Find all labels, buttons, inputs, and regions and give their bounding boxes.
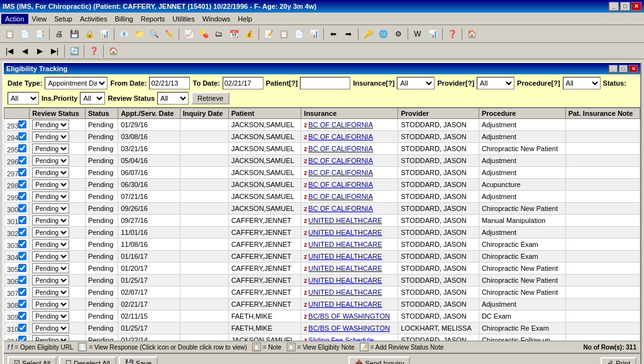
nav-prev[interactable]: ◀ (18, 44, 31, 58)
nav-refresh[interactable]: 🔄 (67, 44, 81, 58)
insurance-link[interactable]: BC/BS OF WASHINGTON (308, 324, 390, 332)
insurance-cell[interactable]: zSliding Fee Schedule (301, 334, 398, 341)
toolbar-btn-20[interactable]: 📊 (307, 27, 321, 41)
review-status-dropdown[interactable]: Pending (32, 239, 69, 249)
date-type-select[interactable]: Appointment Da... (45, 77, 108, 89)
table-row[interactable]: 307PendingPending02/07/17CAFFERY,JENNETz… (4, 287, 640, 299)
insurance-link[interactable]: UNITED HEALTHCARE (308, 253, 382, 260)
toolbar-btn-1[interactable]: 📋 (3, 27, 16, 41)
review-status-select[interactable]: All (157, 92, 189, 105)
toolbar-btn-25[interactable]: ⚙ (391, 27, 405, 41)
toolbar-btn-27[interactable]: 📊 (426, 27, 440, 41)
insurance-link[interactable]: BC OF CALIFORNIA (308, 145, 373, 152)
toolbar-btn-26[interactable]: W (411, 27, 425, 41)
nav-home[interactable]: 🏠 (106, 44, 120, 58)
insurance-link[interactable]: UNITED HEALTHCARE (308, 276, 382, 284)
insurance-cell[interactable]: zBC OF CALIFORNIA (301, 179, 398, 191)
insurance-link[interactable]: BC OF CALIFORNIA (308, 121, 373, 128)
toolbar-btn-13[interactable]: 💊 (197, 27, 211, 41)
save-button[interactable]: 💾 Save (119, 356, 158, 364)
insurance-cell[interactable]: zBC/BS OF WASHINGTON (301, 310, 398, 322)
patient-input[interactable] (300, 77, 350, 89)
table-row[interactable]: 305PendingPending01/20/17CAFFERY,JENNETz… (4, 263, 640, 275)
review-status-dropdown[interactable]: Pending (32, 144, 69, 154)
table-container[interactable]: Review Status Status Appt./Serv. Date In… (4, 108, 640, 341)
insurance-cell[interactable]: zBC OF CALIFORNIA (301, 191, 398, 203)
row-checkbox[interactable] (18, 216, 26, 224)
select-all-button[interactable]: ☑ Select All (8, 356, 57, 364)
insurance-cell[interactable]: zUNITED HEALTHCARE (301, 251, 398, 263)
toolbar-btn-14[interactable]: 🗂 (212, 27, 226, 41)
toolbar-btn-24[interactable]: 🌐 (376, 27, 390, 41)
toolbar-btn-29[interactable]: 🏠 (465, 27, 479, 41)
table-row[interactable]: 309PendingPending02/11/15FAETH,MIKEzBC/B… (4, 310, 640, 322)
review-status-dropdown[interactable]: Pending (32, 263, 69, 273)
insurance-link[interactable]: BC OF CALIFORNIA (308, 193, 373, 200)
row-checkbox[interactable] (18, 264, 26, 272)
row-checkbox[interactable] (18, 288, 26, 296)
toolbar-btn-12[interactable]: 📈 (182, 27, 196, 41)
nav-next[interactable]: ▶ (33, 44, 47, 58)
table-row[interactable]: 297PendingPending06/07/16JACKSON,SAMUELz… (4, 167, 640, 179)
insurance-cell[interactable]: zUNITED HEALTHCARE (301, 227, 398, 239)
insurance-link[interactable]: UNITED HEALTHCARE (308, 288, 382, 296)
review-status-dropdown[interactable]: Pending (32, 132, 69, 142)
table-row[interactable]: 301PendingPending09/27/16CAFFERY,JENNETz… (4, 215, 640, 227)
procedure-select[interactable]: All (563, 77, 601, 89)
nav-help[interactable]: ❓ (87, 44, 101, 58)
review-status-dropdown[interactable]: Pending (32, 299, 69, 309)
toolbar-btn-15[interactable]: 📆 (227, 27, 241, 41)
et-minimize[interactable]: _ (609, 65, 618, 72)
insurance-link[interactable]: UNITED HEALTHCARE (308, 241, 382, 248)
insurance-cell[interactable]: zBC OF CALIFORNIA (301, 143, 398, 155)
row-checkbox[interactable] (18, 228, 26, 236)
row-checkbox[interactable] (18, 276, 26, 284)
insurance-link[interactable]: UNITED HEALTHCARE (308, 229, 382, 236)
insurance-link[interactable]: BC/BS OF WASHINGTON (308, 312, 390, 320)
row-checkbox[interactable] (18, 168, 26, 176)
toolbar-btn-18[interactable]: 📋 (277, 27, 291, 41)
insurance-cell[interactable]: zUNITED HEALTHCARE (301, 215, 398, 227)
table-row[interactable]: 298PendingPending06/30/16JACKSON,SAMUELz… (4, 179, 640, 191)
nav-last[interactable]: ▶| (48, 44, 62, 58)
toolbar-btn-8[interactable]: 📧 (117, 27, 131, 41)
review-status-dropdown[interactable]: Pending (32, 168, 69, 178)
toolbar-btn-11[interactable]: ✏️ (162, 27, 176, 41)
toolbar-btn-19[interactable]: 📄 (292, 27, 306, 41)
row-checkbox[interactable] (18, 240, 26, 248)
insurance-link[interactable]: BC OF CALIFORNIA (308, 181, 373, 188)
toolbar-btn-4[interactable]: 🖨 (52, 27, 66, 41)
insurance-cell[interactable]: zBC OF CALIFORNIA (301, 119, 398, 131)
et-close[interactable]: ✕ (629, 65, 638, 72)
row-checkbox[interactable] (18, 192, 26, 200)
insurance-cell[interactable]: zUNITED HEALTHCARE (301, 239, 398, 251)
nav-first[interactable]: |◀ (3, 44, 16, 58)
insurance-link[interactable]: BC OF CALIFORNIA (308, 205, 373, 212)
row-checkbox[interactable] (18, 312, 26, 320)
table-row[interactable]: 293PendingPending01/29/16JACKSON,SAMUELz… (4, 119, 640, 131)
insurance-link[interactable]: Sliding Fee Schedule (308, 336, 374, 341)
menu-view[interactable]: View (28, 14, 51, 24)
maximize-button[interactable]: □ (620, 2, 630, 11)
toolbar-btn-16[interactable]: 💰 (242, 27, 256, 41)
to-date-input[interactable] (223, 77, 264, 89)
toolbar-btn-22[interactable]: ➡ (341, 27, 355, 41)
row-checkbox[interactable] (18, 156, 26, 164)
toolbar-btn-5[interactable]: 💾 (67, 27, 81, 41)
toolbar-btn-3[interactable]: 📑 (33, 27, 47, 41)
et-maximize[interactable]: □ (619, 65, 628, 72)
review-status-dropdown[interactable]: Pending (32, 156, 69, 166)
minimize-button[interactable]: _ (609, 2, 619, 11)
row-checkbox[interactable] (18, 120, 26, 128)
toolbar-btn-9[interactable]: 📁 (132, 27, 146, 41)
menu-activities[interactable]: Activities (76, 14, 111, 24)
table-row[interactable]: 308PendingPending02/21/17CAFFERY,JENNETz… (4, 299, 640, 310)
toolbar-btn-17[interactable]: 📝 (262, 27, 275, 41)
row-checkbox[interactable] (18, 180, 26, 188)
status-select[interactable]: All (8, 92, 39, 105)
review-status-dropdown[interactable]: Pending (32, 191, 69, 202)
insurance-cell[interactable]: zBC OF CALIFORNIA (301, 131, 398, 143)
review-status-dropdown[interactable]: Pending (32, 287, 69, 297)
row-checkbox[interactable] (18, 144, 26, 152)
menu-action[interactable]: Action (1, 14, 28, 24)
